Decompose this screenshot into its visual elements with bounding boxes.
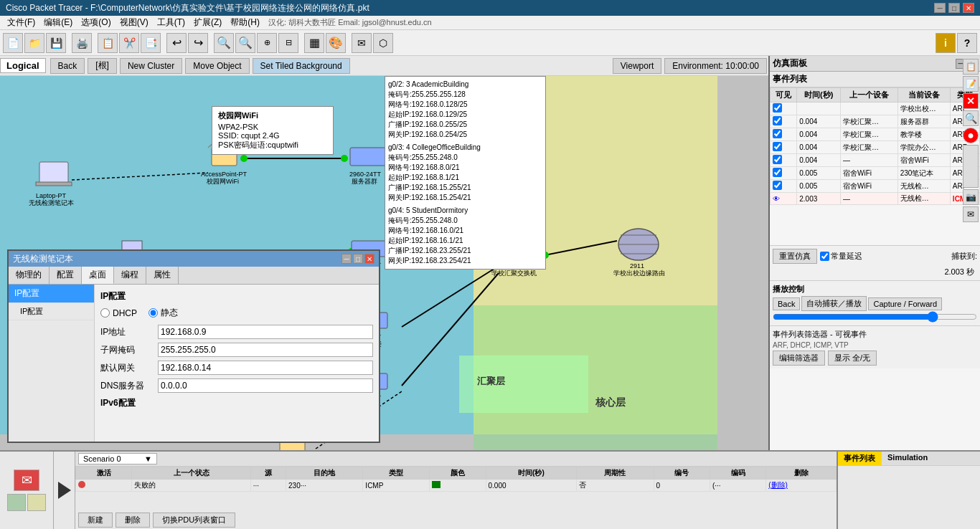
tab-physical[interactable]: 物理的 [9, 267, 50, 284]
playback-back-button[interactable]: Back [773, 297, 800, 310]
server-device[interactable] [350, 148, 386, 166]
menu-file[interactable]: 文件(F) [3, 16, 39, 29]
custom-btn1[interactable]: ✉ [352, 33, 372, 53]
row3-checkbox[interactable] [773, 129, 782, 138]
simulation-tab-btn[interactable]: Simulation [882, 452, 933, 465]
custom-btn2[interactable]: ⬡ [373, 33, 393, 53]
row2-checkbox[interactable] [773, 116, 782, 125]
root-button[interactable]: [根] [88, 58, 117, 74]
wireless-maximize-button[interactable]: □ [353, 254, 363, 264]
col-active: 激活 [76, 467, 132, 480]
maximize-button[interactable]: □ [948, 3, 960, 13]
row4-checkbox[interactable] [773, 142, 782, 151]
help-icon-button[interactable]: ? [957, 33, 977, 53]
row3-time: 0.004 [797, 128, 841, 141]
dns-input[interactable] [158, 378, 373, 393]
info-button[interactable]: i [936, 33, 956, 53]
side-icon-1[interactable]: 📋 [963, 59, 979, 75]
environment-button[interactable]: Environment: 10:00:00 [664, 58, 767, 74]
static-radio-label[interactable]: 静态 [149, 307, 178, 319]
tab-programming[interactable]: 编程 [114, 267, 146, 284]
zoom-reset-button[interactable]: ⊕ [257, 33, 277, 53]
new-cluster-button[interactable]: New Cluster [120, 58, 182, 74]
open-button[interactable]: 📁 [24, 33, 44, 53]
menu-view[interactable]: 视图(V) [116, 16, 153, 29]
undo-button[interactable]: ↩ [166, 33, 187, 53]
tab-attributes[interactable]: 属性 [146, 267, 179, 284]
reset-simulation-button[interactable]: 重置仿真 [773, 249, 817, 264]
back-button[interactable]: Back [50, 58, 85, 74]
scenario-envelope-icon[interactable]: ✉ [14, 470, 39, 491]
menu-tools[interactable]: 工具(T) [153, 16, 189, 29]
palette-button[interactable]: 🎨 [326, 33, 346, 53]
dhcp-radio-label[interactable]: DHCP [100, 308, 137, 318]
menu-options[interactable]: 选项(O) [77, 16, 115, 29]
show-hide-button[interactable]: 显示 全/无 [828, 351, 877, 366]
table-row: 0.004 学校汇聚… 学院办公… ARF [771, 141, 980, 154]
row5-checkbox[interactable] [773, 155, 782, 164]
auto-capture-button[interactable]: 自动捕获／播放 [801, 296, 867, 311]
tab-desktop[interactable]: 桌面 [82, 267, 114, 284]
dhcp-radio[interactable] [100, 308, 110, 318]
save-button[interactable]: 💾 [46, 33, 66, 53]
switch-pdu-window-button[interactable]: 切换PDU列表窗口 [153, 513, 235, 528]
play-button-icon[interactable] [58, 482, 71, 499]
side-search-icon[interactable]: 🔍 [963, 110, 979, 126]
side-circle-icon[interactable]: ● [963, 128, 979, 143]
minimize-button[interactable]: ─ [934, 3, 946, 13]
copy-button[interactable]: 📋 [98, 33, 118, 53]
zoom-in-button[interactable]: 🔍 [214, 33, 234, 53]
wireless-minimize-button[interactable]: ─ [341, 254, 352, 264]
move-object-button[interactable]: Move Object [185, 58, 249, 74]
tab-config[interactable]: 配置 [50, 267, 82, 284]
side-scroll-bar[interactable] [963, 145, 979, 188]
event-list-tab[interactable]: 事件列表 [838, 452, 882, 465]
paste-button[interactable]: 📑 [141, 33, 161, 53]
row1-checkbox[interactable] [773, 103, 782, 113]
cut-button[interactable]: ✂️ [119, 33, 139, 53]
row1-to: 学校出校… [897, 103, 950, 115]
nav-ip-config-selected[interactable]: IP配置 [9, 285, 94, 303]
menu-help[interactable]: 帮助(H) [226, 16, 264, 29]
scenario-select[interactable]: Scenario 0 ▼ [78, 453, 157, 464]
menu-edit[interactable]: 编辑(E) [39, 16, 77, 29]
zoom-out-button[interactable]: 🔍 [235, 33, 255, 53]
set-tiled-bg-button[interactable]: Set Tiled Background [253, 58, 350, 74]
constant-delay-checkbox[interactable] [820, 252, 829, 261]
row6-checkbox[interactable] [773, 168, 782, 177]
scenario-dropdown-icon: ▼ [144, 454, 152, 463]
print-button[interactable]: 🖨️ [72, 33, 92, 53]
wireless-close-button[interactable]: ✕ [364, 254, 374, 264]
ip-input[interactable] [158, 325, 373, 339]
zoom-fit-button[interactable]: ⊟ [278, 33, 298, 53]
viewport-button[interactable]: Viewport [613, 58, 661, 74]
side-email-icon[interactable]: ✉ [963, 206, 979, 222]
menu-extend[interactable]: 扩展(Z) [189, 16, 226, 29]
scenario-tool-2[interactable] [27, 494, 46, 511]
capture-forward-button[interactable]: Capture / Forward [868, 297, 942, 310]
side-icon-2[interactable]: 📝 [963, 76, 979, 92]
gateway-input[interactable] [158, 361, 373, 375]
close-button[interactable]: ✕ [963, 3, 974, 13]
side-icon-x[interactable]: ✕ [963, 93, 979, 109]
subnet-input[interactable] [158, 343, 373, 357]
ap1-label: AccessPoint-PT [201, 171, 248, 178]
gateway-label: 默认网关 [100, 362, 158, 374]
playback-slider[interactable] [773, 313, 977, 320]
grid-button[interactable]: ▦ [304, 33, 324, 53]
redo-button[interactable]: ↪ [188, 33, 208, 53]
edit-filter-button[interactable]: 编辑筛选器 [773, 351, 825, 366]
static-radio[interactable] [149, 308, 158, 318]
nav-ip-config-sub[interactable]: IP配置 [9, 303, 94, 320]
laptop-device[interactable] [39, 162, 68, 184]
constant-delay-label[interactable]: 常量延迟 [820, 251, 862, 262]
new-button[interactable]: 📄 [3, 33, 23, 53]
side-screenshot-icon[interactable]: 📷 [963, 189, 979, 205]
delete-scenario-button[interactable]: 删除 [116, 513, 150, 528]
scenario-tool-1[interactable] [7, 494, 26, 511]
wireless-ip-config: IP配置 DHCP 静态 IP地址 [95, 285, 379, 442]
new-scenario-button[interactable]: 新建 [78, 513, 113, 528]
row7-checkbox[interactable] [773, 181, 782, 190]
sc-row1-delete[interactable]: (删除) [766, 480, 837, 492]
table-row: 0.004 — 宿舍WiFi ARF [771, 154, 980, 167]
